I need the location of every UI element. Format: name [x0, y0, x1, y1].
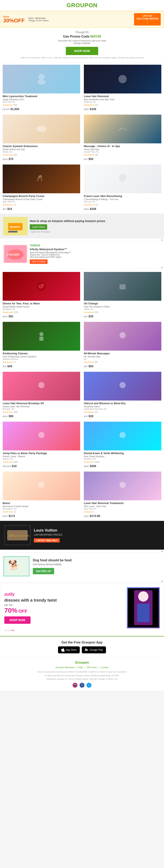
google-play-label: Google Play	[90, 648, 103, 651]
infinity-ad-label: ▶	[0, 266, 164, 269]
svg-rect-33	[137, 603, 150, 622]
zulily-off: OFF	[18, 609, 28, 614]
product-stars-fraxel: ★★★★★ 112	[84, 204, 161, 206]
product-card-jumppass[interactable]: Jump Pass or Basic Party Package Rockin'…	[1, 420, 82, 469]
instagram-icon[interactable]: 📷	[73, 683, 78, 688]
product-card-fraxel[interactable]: Fraxel Laser Skin Resurfacing J Dermatol…	[82, 163, 163, 212]
product-card-kickboxing[interactable]: Kickboxing Classes CKO Kickboxing Carmel…	[1, 320, 82, 370]
infinity-ad-content: EYELINER thrive Infinity Waterproof Eyel…	[0, 242, 164, 266]
svg-point-18	[38, 382, 44, 388]
product-card-haircut[interactable]: Haircut and Blowout or Blow-Dry Simplici…	[82, 370, 163, 420]
product-card-laserhair-treatments[interactable]: Laser Hair Removal Treatments SEV Laser …	[82, 470, 163, 520]
product-merchant-fraxel: J Dermatology & Allergy - Fort Lee	[84, 198, 161, 200]
promo-banner: Extra 30%OFF Spas • Massages Things To D…	[0, 11, 164, 28]
twitter-icon[interactable]: t	[86, 683, 91, 688]
product-stars-dinner: ★★★★★ 2239	[3, 311, 80, 314]
google-play-button[interactable]: Google Play	[82, 646, 106, 653]
product-image-botox	[3, 472, 80, 500]
product-price-massage: $79 $50	[84, 157, 161, 161]
product-card-botox[interactable]: Botox Morristown Family Dental Morristow…	[1, 470, 82, 520]
product-grid-1: Mini Liposuction Treatment Jorge Cifuent…	[0, 62, 164, 213]
svg-point-19	[120, 382, 126, 388]
product-merchant-liposuction: Jorge Cifuentes, M.D.	[3, 98, 80, 101]
product-title-laserhair-treatments: Laser Hair Removal Treatments	[84, 502, 161, 505]
product-stars-massage: ★★★★★ 285	[84, 154, 161, 156]
infinity-try-button[interactable]: TRY IT FREE	[30, 259, 48, 264]
svg-point-23	[120, 482, 126, 488]
dogfood-sub: (not factory-farmed kibble)	[33, 563, 72, 566]
svg-rect-14	[120, 284, 126, 289]
product-title-60massage: 60-Minute Massages	[84, 352, 161, 355]
product-price-fraxel: $550 $249	[84, 207, 161, 211]
infinity-sub1: Semi-Permanent Micropigment Technology™	[30, 251, 161, 254]
promo-percent-block: Extra 30%OFF	[3, 16, 25, 23]
product-card-massage[interactable]: Massage - Choice of - In Spa Jenny Day S…	[82, 113, 163, 162]
product-merchant-haircut: Simplicity Salon	[84, 405, 161, 408]
product-title-fraxel: Fraxel Laser Skin Resurfacing	[84, 194, 161, 197]
product-card-dinner[interactable]: 🥩 Dinner for Two, Four, or More Sweet Me…	[1, 270, 82, 320]
product-card-dental[interactable]: Dental Exam & Teeth Whitening Park Slope…	[82, 420, 163, 469]
svg-rect-16	[39, 337, 43, 341]
zulily-ad-image	[127, 587, 160, 628]
product-merchant-dental: Park Slope Dentistry	[84, 455, 161, 458]
product-price-liposuction: $3,500 $1,500	[3, 107, 80, 111]
amazon-learn-more-button[interactable]: Learn More	[30, 224, 47, 229]
product-price-haircut: $75 $39	[84, 414, 161, 418]
amazon-ad-label: ▶	[0, 239, 164, 241]
infinity-ad-banner: EYELINER thrive Infinity Waterproof Eyel…	[0, 242, 164, 269]
product-merchant-laserhair-treatments: SEV Laser - New York	[84, 505, 161, 507]
zulily-disclaimer: Ads by zulily	[4, 629, 160, 631]
dogfood-ad-image: 🐕	[3, 556, 30, 577]
product-card-laserhair-brooklyn[interactable]: Laser Hair Removal Brooklyn NY Sweet Las…	[1, 370, 82, 420]
product-card-laser-hair[interactable]: Laser Hair Removal Bare Aesthetics and S…	[82, 63, 163, 113]
product-title-massage: Massage - Choice of - In Spa	[84, 145, 161, 148]
dogfood-ad-content: 🐕 Dog food should be food (not factory-f…	[0, 553, 164, 580]
footer-unsubscribe-text: You are receiving this email because Act…	[3, 671, 161, 674]
zulily-ad-banner[interactable]: zulily dresses with a trendy twist UP TO…	[0, 583, 164, 636]
svg-text:LOUIS VUITTON: LOUIS VUITTON	[14, 535, 30, 537]
footer-merchant-link[interactable]: Groupon Merchant	[55, 666, 74, 669]
product-location-jumppass: Wayne, NJ	[3, 458, 80, 460]
footer-faq-link[interactable]: FAQ	[78, 666, 83, 669]
amazon-ad-sponsor: Capital One Shopping	[30, 231, 161, 233]
zulily-title: dresses with a trendy twist	[4, 598, 124, 602]
product-stars-haircut: ★★★★★ 211	[84, 411, 161, 413]
footer-contact-link[interactable]: Contact	[101, 666, 109, 669]
zulily-shop-button-wrapper: SHOP NOW	[4, 614, 124, 624]
product-location-kickboxing: Bedham-Mohony	[3, 358, 80, 360]
dogfood-get-button[interactable]: Get 50% off	[33, 568, 54, 574]
use-promo-title: Use Promo Code MAY30	[2, 35, 162, 38]
promo-code-value: MAY30	[90, 35, 101, 38]
apple-store-button[interactable]: App Store	[58, 646, 80, 653]
groupon-logo: GROUPON	[2, 2, 162, 9]
product-location-haircut: Hainesford Township, NJ	[84, 408, 161, 410]
facebook-icon[interactable]: f	[80, 683, 84, 688]
product-merchant-60massage: HL Serenity Spa	[84, 355, 161, 358]
product-price-dinner: $149 $91	[3, 314, 80, 318]
shop-now-button[interactable]: SHOP NOW	[66, 47, 98, 55]
svg-point-21	[120, 432, 126, 438]
product-image-fraxel	[84, 164, 161, 193]
product-location-brunch: New York, NY	[3, 201, 80, 203]
product-merchant-kickboxing: CKO Kickboxing Carmel Gardens	[3, 355, 80, 358]
promo-code-section: Through 5/5 Use Promo Code MAY30 Just en…	[0, 28, 164, 62]
infinity-sub3: Ultra long-lasting and 100% Vegan	[30, 256, 161, 258]
product-card-brunch[interactable]: 🥂 Champagne Brunch Party Cruise Champagn…	[1, 163, 82, 212]
product-card-oilchange[interactable]: Oil Change Free Oil Change In Clifton Cl…	[82, 270, 163, 320]
product-card-60massage[interactable]: 60-Minute Massages HL Serenity Spa NJ ★★…	[82, 320, 163, 370]
infinity-ad-text: thrive Infinity Waterproof Eyeliner™ Sem…	[30, 244, 161, 264]
product-price-60massage: $69 $55	[84, 364, 161, 368]
product-price-eyelash: $135 $75	[3, 157, 80, 161]
infinity-brand: thrive	[30, 244, 161, 247]
product-stars-laserhair-treatments: ★★★★ 0	[84, 510, 161, 513]
svg-text:🐕: 🐕	[8, 560, 20, 571]
zulily-flex: zulily dresses with a trendy twist UP TO…	[4, 587, 160, 628]
footer-gift-cards-link[interactable]: Gift Cards	[87, 666, 97, 669]
product-card-liposuction[interactable]: Mini Liposuction Treatment Jorge Cifuent…	[1, 63, 82, 113]
product-stars-laser-hair: ★★★★★ 122	[84, 104, 161, 106]
zulily-ad-content: zulily dresses with a trendy twist UP TO…	[0, 583, 164, 636]
zulily-shop-button[interactable]: SHOP NOW	[4, 616, 31, 624]
product-card-eyelash[interactable]: Classic Eyelash Extensions Studio Artist…	[1, 113, 82, 162]
product-stars-kickboxing: ★★★★★ 47	[3, 361, 80, 364]
svg-text:🥂: 🥂	[36, 175, 43, 181]
